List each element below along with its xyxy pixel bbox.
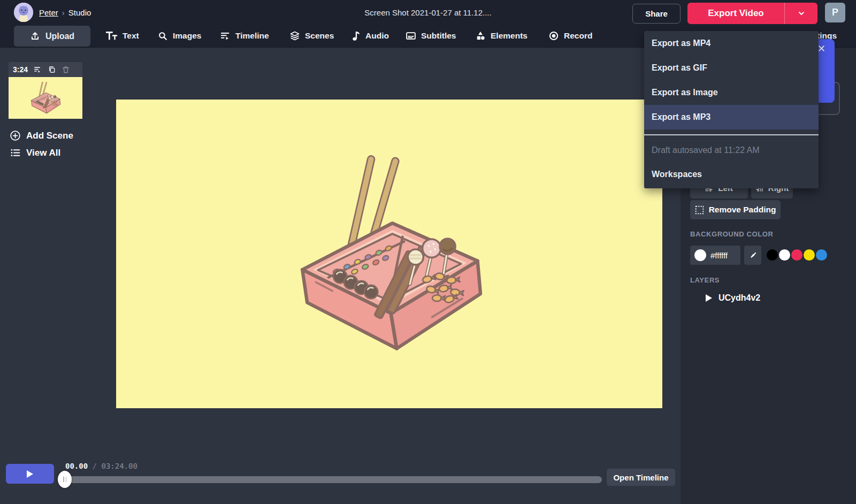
tab-scenes-label: Scenes xyxy=(305,31,334,41)
add-scene-label: Add Scene xyxy=(26,131,73,141)
tab-audio-label: Audio xyxy=(365,31,389,41)
autosave-status: Draft autosaved at 11:22 AM xyxy=(644,138,819,163)
menu-item-workspaces[interactable]: Workspaces xyxy=(644,163,819,186)
scene-timeline-icon[interactable] xyxy=(33,66,42,74)
account-avatar[interactable]: P xyxy=(825,3,845,22)
scene-thumbnail-bento-icon xyxy=(29,81,62,114)
add-scene-button[interactable]: Add Scene xyxy=(10,130,73,141)
trash-icon[interactable] xyxy=(62,65,70,74)
kapwing-studio-app: Peter › Studio Screen Shot 2021-01-27 at… xyxy=(0,0,856,504)
layers-icon xyxy=(289,30,300,41)
tab-audio[interactable]: Audio xyxy=(352,25,389,47)
timeline-icon xyxy=(220,31,231,41)
scene-card: 3:24 xyxy=(9,62,82,119)
video-canvas[interactable] xyxy=(116,100,662,408)
tab-images-label: Images xyxy=(173,31,201,41)
breadcrumb-user-link[interactable]: Peter xyxy=(39,8,58,17)
export-video-button[interactable]: Export Video xyxy=(687,3,817,24)
menu-item-export-mp3[interactable]: Export as MP3 xyxy=(644,105,819,129)
duplicate-icon[interactable] xyxy=(48,65,56,74)
scene-thumbnail[interactable] xyxy=(9,77,82,119)
play-icon xyxy=(26,470,34,478)
search-icon xyxy=(158,31,168,41)
upload-icon xyxy=(30,31,40,41)
layer-item[interactable]: UCydh4v2 xyxy=(705,293,760,303)
menu-item-export-mp4[interactable]: Export as MP4 xyxy=(644,31,819,56)
upload-button[interactable]: Upload xyxy=(14,26,90,47)
seek-handle[interactable] xyxy=(58,471,72,488)
tab-scenes[interactable]: Scenes xyxy=(289,25,334,47)
shapes-icon xyxy=(475,30,486,41)
close-icon[interactable] xyxy=(817,44,826,52)
remove-padding-button[interactable]: Remove Padding xyxy=(690,200,781,219)
chevron-down-icon xyxy=(797,9,806,18)
top-bar: Peter › Studio Screen Shot 2021-01-27 at… xyxy=(0,0,856,25)
current-time: 00.00 xyxy=(65,462,88,470)
tab-images[interactable]: Images xyxy=(158,25,201,47)
scene-card-header: 3:24 xyxy=(9,62,82,77)
eyedropper-button[interactable] xyxy=(744,246,761,265)
menu-divider xyxy=(644,134,819,135)
tab-record[interactable]: Record xyxy=(548,25,592,47)
tab-subtitles-label: Subtitles xyxy=(421,31,456,41)
user-avatar[interactable] xyxy=(14,3,33,22)
upload-label: Upload xyxy=(45,32,74,41)
cat-avatar-icon xyxy=(14,3,33,22)
breadcrumb-page: Studio xyxy=(68,8,91,17)
time-separator: / xyxy=(93,462,97,470)
menu-item-export-image[interactable]: Export as Image xyxy=(644,80,819,105)
tab-text[interactable]: Text xyxy=(106,25,139,47)
background-color-label: BACKGROUND COLOR xyxy=(690,230,773,238)
export-dropdown-menu: Export as MP4 Export as GIF Export as Im… xyxy=(644,31,819,188)
seek-bar[interactable] xyxy=(65,476,602,483)
breadcrumb: Peter › Studio xyxy=(39,0,91,25)
swatch-#000000[interactable] xyxy=(767,249,778,261)
list-icon xyxy=(10,147,21,158)
menu-item-export-gif[interactable]: Export as GIF xyxy=(644,56,819,80)
tab-timeline[interactable]: Timeline xyxy=(220,25,269,47)
total-time: 03:24.00 xyxy=(101,462,137,470)
color-swatches xyxy=(767,249,827,261)
scene-duration: 3:24 xyxy=(13,65,28,74)
open-timeline-button[interactable]: Open Timeline xyxy=(607,469,675,486)
tab-elements[interactable]: Elements xyxy=(475,25,528,47)
tab-record-label: Record xyxy=(564,31,592,41)
swatch-#ffffff[interactable] xyxy=(779,249,790,261)
tab-elements-label: Elements xyxy=(491,31,528,41)
remove-padding-label: Remove Padding xyxy=(709,205,776,215)
eyedropper-icon xyxy=(748,251,758,260)
layer-expand-icon[interactable] xyxy=(705,294,713,302)
swatch-#f6e003[interactable] xyxy=(804,249,815,261)
hex-value: #ffffff xyxy=(710,251,728,260)
tab-subtitles[interactable]: Subtitles xyxy=(406,25,456,47)
current-color-dot xyxy=(694,249,706,261)
swatch-#ee2b57[interactable] xyxy=(791,249,802,261)
share-button[interactable]: Share xyxy=(632,4,681,24)
view-all-label: View All xyxy=(26,148,60,158)
dashed-square-icon xyxy=(695,205,704,215)
tab-timeline-label: Timeline xyxy=(235,31,269,41)
background-color-hex[interactable]: #ffffff xyxy=(690,246,740,265)
time-display: 00.00 / 03:24.00 xyxy=(65,462,137,470)
swatch-#2f8ce0[interactable] xyxy=(816,249,827,261)
document-title: Screen Shot 2021-01-27 at 11.12.... xyxy=(364,0,491,25)
export-dropdown-toggle[interactable] xyxy=(784,3,817,24)
music-note-icon xyxy=(352,30,361,41)
breadcrumb-separator: › xyxy=(62,8,65,17)
play-button[interactable] xyxy=(6,464,54,484)
layers-label: LAYERS xyxy=(690,276,720,284)
bento-box-illustration[interactable] xyxy=(288,152,491,356)
export-video-label: Export Video xyxy=(687,3,784,24)
text-icon xyxy=(106,31,118,41)
plus-circle-icon xyxy=(10,130,21,141)
record-icon xyxy=(548,30,559,41)
view-all-button[interactable]: View All xyxy=(10,147,60,158)
subtitles-icon xyxy=(406,30,416,41)
tab-text-label: Text xyxy=(123,31,139,41)
layer-name: UCydh4v2 xyxy=(719,293,760,303)
